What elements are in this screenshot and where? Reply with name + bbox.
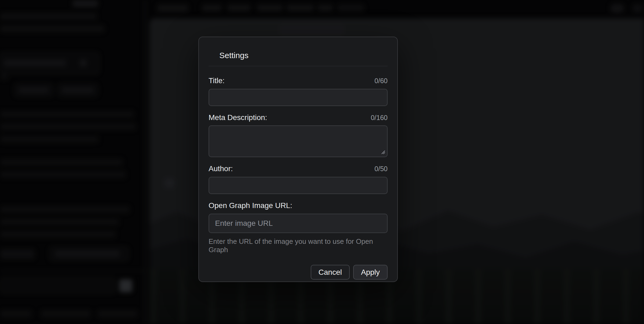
author-input[interactable]: [209, 177, 388, 194]
meta-description-textarea[interactable]: [209, 125, 388, 157]
settings-dialog: Settings Title: 0/60 Meta Description: 0…: [198, 37, 398, 282]
og-image-url-label: Open Graph Image URL:: [209, 201, 292, 210]
title-label: Title:: [209, 76, 225, 85]
title-input[interactable]: [209, 89, 388, 106]
meta-description-char-counter: 0/160: [371, 114, 388, 122]
cancel-button[interactable]: Cancel: [311, 265, 350, 280]
title-char-counter: 0/60: [374, 77, 388, 85]
dialog-divider: [209, 66, 388, 66]
dialog-title: Settings: [219, 51, 388, 60]
app-screen: Settings Title: 0/60 Meta Description: 0…: [0, 0, 644, 324]
author-char-counter: 0/50: [374, 165, 388, 173]
author-label: Author:: [209, 164, 233, 173]
og-image-url-helper-text: Enter the URL of the image you want to u…: [209, 237, 388, 254]
og-image-url-input[interactable]: [209, 214, 388, 233]
apply-button[interactable]: Apply: [353, 265, 388, 280]
meta-description-label: Meta Description:: [209, 113, 267, 122]
